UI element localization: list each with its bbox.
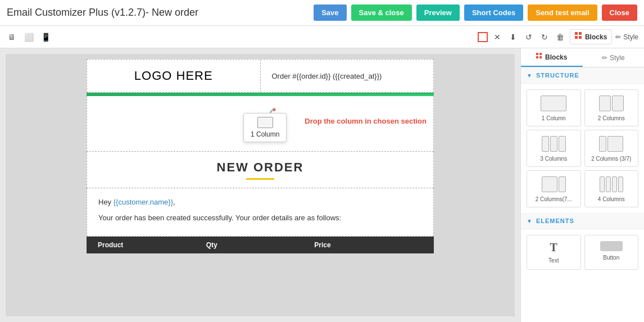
col-quarter-block-3	[612, 176, 617, 192]
col-third-block-3	[559, 136, 566, 152]
new-order-underline	[246, 178, 274, 180]
button-element-label: Button	[603, 255, 619, 261]
download-icon[interactable]: ⬇	[507, 31, 519, 43]
2col37-label: 2 Columns (3/7)	[591, 156, 631, 162]
4col-icon	[597, 175, 625, 193]
col-third-block-1	[542, 136, 549, 152]
drop-text: Drop the column in chosen section	[305, 117, 427, 125]
blocks-label: Blocks	[585, 33, 607, 41]
col-two-thirds-block-2	[542, 176, 557, 192]
drop-instruction: Drop the column in chosen section	[305, 117, 427, 125]
logo-here: HERE	[172, 69, 212, 83]
blocks-button[interactable]: Blocks	[570, 29, 612, 44]
email-container: LOGO HERE Order #{{order.id}} ({{created…	[86, 58, 434, 254]
logo-text: LOGO HERE	[134, 69, 213, 83]
col-two-thirds-block	[607, 136, 623, 152]
structure-1col[interactable]: 1 Column	[527, 89, 581, 126]
panel-tabs: Blocks ✏ Style	[521, 48, 644, 67]
structure-2col37[interactable]: 2 Columns (3/7)	[584, 130, 639, 167]
send-test-button[interactable]: Send test email	[528, 4, 597, 21]
structure-4col[interactable]: 4 Columns	[584, 170, 639, 207]
svg-rect-4	[536, 53, 538, 55]
structure-3col[interactable]: 3 Columns	[527, 130, 581, 167]
structure-arrow: ▼	[527, 72, 533, 79]
table-header-qty: Qty	[206, 241, 315, 249]
1col-label: 1 Column	[542, 115, 566, 121]
desktop-icon[interactable]: 🖥	[6, 31, 18, 43]
col-quarter-block-2	[606, 176, 611, 192]
tab-style-label: Style	[610, 54, 625, 62]
col-one-third-block	[599, 136, 606, 152]
text-element-label: Text	[548, 257, 559, 264]
elements-grid: T Text Button	[521, 229, 644, 275]
table-header-product: Product	[98, 241, 206, 249]
undo-icon[interactable]: ↺	[523, 31, 535, 43]
svg-rect-1	[579, 32, 582, 35]
canvas-outer: LOGO HERE Order #{{order.id}} ({{created…	[6, 54, 515, 316]
email-canvas[interactable]: LOGO HERE Order #{{order.id}} ({{created…	[0, 48, 520, 322]
col-full-block	[541, 96, 566, 111]
col-quarter-block-1	[600, 176, 605, 192]
device-icons: 🖥 ⬜ 📱	[6, 31, 52, 43]
close-button[interactable]: Close	[602, 4, 637, 21]
table-header-row: Product Qty Price	[87, 237, 434, 253]
save-button[interactable]: Save	[314, 4, 346, 21]
col-half-block-2	[612, 96, 624, 111]
delete-icon[interactable]: 🗑	[554, 31, 566, 43]
svg-rect-0	[575, 32, 578, 35]
svg-rect-6	[536, 56, 538, 58]
tablet-icon[interactable]: ⬜	[22, 31, 35, 43]
save-close-button[interactable]: Save & close	[351, 4, 412, 21]
preview-button[interactable]: Preview	[416, 4, 460, 21]
structure-header: ▼ STRUCTURE	[521, 67, 644, 84]
order-info-cell: Order #{{order.id}} ({{created_at}})	[261, 60, 434, 92]
short-codes-button[interactable]: Short Codes	[464, 4, 523, 21]
toolbar-right: ✕ ⬇ ↺ ↻ 🗑 Blocks ✏ Style	[478, 29, 638, 44]
tab-style[interactable]: ✏ Style	[583, 48, 645, 67]
redo-icon[interactable]: ↻	[538, 31, 551, 43]
elements-header: ▼ ELEMENTS	[521, 213, 644, 229]
table-header-price: Price	[314, 241, 423, 249]
col-one-third-block-2	[559, 176, 566, 192]
column-tooltip-label: 1 Column	[251, 130, 279, 138]
toolbar: 🖥 ⬜ 📱 ✕ ⬇ ↺ ↻ 🗑 Blocks ✏ Style	[0, 26, 644, 48]
cart-section: 🛒 1 Column ➘ Drop the column in chosen s…	[87, 96, 434, 152]
text-section: Hey {{customer.name}}, Your order has be…	[87, 188, 434, 237]
structure-2col[interactable]: 2 Columns	[584, 89, 639, 126]
order-info: Order #{{order.id}} ({{created_at}})	[272, 72, 382, 80]
3col-label: 3 Columns	[540, 156, 567, 162]
structure-label: STRUCTURE	[536, 72, 579, 79]
mobile-icon[interactable]: 📱	[39, 31, 52, 43]
blocks-grid-icon-tab	[536, 53, 543, 61]
pencil-icon-tab: ✏	[602, 54, 607, 62]
move-icon[interactable]: ✕	[491, 31, 504, 43]
2col7-label: 2 Columns(7...	[536, 196, 572, 202]
logo-bold: LOGO	[134, 69, 173, 83]
style-label: Style	[623, 33, 638, 41]
1col-icon	[539, 94, 568, 112]
elements-label: ELEMENTS	[536, 217, 574, 224]
structure-grid: 1 Column 2 Columns 3 Columns	[521, 84, 644, 213]
2col-icon	[597, 94, 625, 112]
svg-rect-5	[539, 53, 542, 55]
element-button[interactable]: Button	[584, 235, 639, 270]
element-text[interactable]: T Text	[527, 235, 581, 270]
structure-2col7[interactable]: 2 Columns(7...	[527, 170, 581, 207]
column-tooltip-icon	[257, 117, 273, 128]
svg-rect-3	[579, 36, 582, 39]
logo-cell: LOGO HERE	[87, 60, 261, 92]
customer-name-tag: {{customer.name}}	[114, 198, 173, 206]
elements-arrow: ▼	[527, 218, 533, 224]
column-tooltip: 1 Column	[243, 113, 287, 142]
col-quarter-block-4	[618, 176, 623, 192]
tab-blocks[interactable]: Blocks	[521, 48, 583, 67]
svg-rect-7	[539, 56, 542, 58]
col-half-block-1	[599, 96, 611, 111]
right-panel: Blocks ✏ Style ▼ STRUCTURE 1 Column	[520, 48, 644, 322]
text-element-icon: T	[550, 241, 557, 254]
border-icon[interactable]	[478, 32, 488, 42]
svg-rect-2	[575, 36, 578, 39]
hey-text: Hey {{customer.name}},	[98, 197, 422, 208]
style-button[interactable]: ✏ Style	[615, 33, 638, 41]
email-header-row: LOGO HERE Order #{{order.id}} ({{created…	[87, 59, 434, 93]
